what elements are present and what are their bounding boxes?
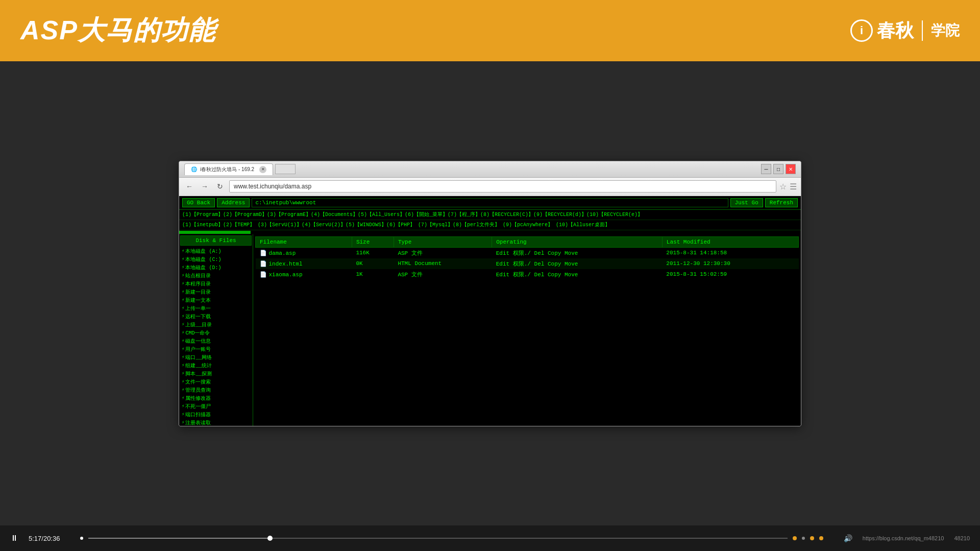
sidebar-item-20[interactable]: ⚡端口扫描器	[180, 411, 252, 419]
timeline-progress	[88, 538, 270, 539]
sidebar-item-15[interactable]: ⚡脚本__探测	[180, 370, 252, 378]
cell-modified-2: 2015-8-31 15:02:59	[662, 269, 798, 280]
sidebar-item-2[interactable]: ⚡本地磁盘 (D:)	[180, 263, 252, 272]
timeline-dot-3	[802, 537, 805, 540]
shell-main-area: Disk & Files ⚡本地磁盘 (A:)⚡本地磁盘 (C:)⚡本地磁盘 (…	[179, 234, 801, 426]
sidebar-item-1[interactable]: ⚡本地磁盘 (C:)	[180, 255, 252, 263]
sidebar-item-21[interactable]: ⚡注册表读取	[180, 419, 252, 426]
file-icon-2: 📄	[260, 272, 267, 278]
sidebar-icon-16: ⚡	[182, 379, 184, 385]
cell-modified-0: 2015-8-31 14:18:58	[662, 247, 798, 258]
table-row: 📄index.html 0K HTML Document Edit 权限./ D…	[256, 258, 799, 269]
minimize-button[interactable]: ─	[761, 164, 771, 174]
sidebar-icon-12: ⚡	[182, 346, 184, 352]
play-pause-button[interactable]: ⏸	[10, 534, 18, 543]
sidebar-icon-8: ⚡	[182, 314, 184, 319]
shell-progress-bar	[179, 230, 801, 234]
sidebar-icon-21: ⚡	[182, 420, 184, 425]
file-table-body: 📄dama.asp 116K ASP 文件 Edit 权限./ Del Copy…	[256, 247, 799, 280]
sidebar-title: Disk & Files	[180, 235, 252, 246]
nav-row2-text: (1)【inetpub】(2)【TEMP】 (3)【ServU(1)】(4)【S…	[182, 222, 610, 228]
timeline-bar[interactable]	[88, 538, 787, 539]
cell-size-1: 0K	[352, 258, 394, 269]
cell-modified-1: 2011-12-30 12:30:30	[662, 258, 798, 269]
nav-links-row1: (1)【Program】(2)【ProgramD】(3)【ProgramE】(4…	[179, 210, 801, 220]
progress-indicator	[179, 231, 251, 234]
timeline-dot-5	[819, 536, 823, 540]
sidebar-item-6[interactable]: ⚡新建一文本	[180, 296, 252, 304]
sidebar-icon-3: ⚡	[182, 273, 184, 278]
back-button[interactable]: ←	[183, 180, 195, 193]
file-icon-1: 📄	[260, 261, 267, 267]
sidebar-icon-15: ⚡	[182, 371, 184, 376]
refresh-button[interactable]: Refresh	[765, 198, 798, 207]
bottom-url: https://blog.csdn.net/qq_m48210	[863, 535, 944, 541]
refresh-nav-button[interactable]: ↻	[214, 180, 226, 193]
sidebar-item-4[interactable]: ⚡本程序目录	[180, 280, 252, 288]
menu-icon[interactable]: ☰	[790, 182, 797, 191]
tab-close-button[interactable]: ✕	[259, 166, 266, 173]
sidebar-item-5[interactable]: ⚡新建一目录	[180, 288, 252, 296]
timeline-handle[interactable]	[267, 536, 273, 541]
address-bar-input[interactable]	[229, 180, 776, 193]
sidebar-item-9[interactable]: ⚡上级__目录	[180, 321, 252, 329]
browser-window: 🌐 i春秋过防火墙马 - 169.2 ✕ ─ □ ✕ ← → ↻ ☆ ☰ GO	[179, 161, 801, 426]
sidebar-icon-0: ⚡	[182, 248, 184, 254]
table-row: 📄dama.asp 116K ASP 文件 Edit 权限./ Del Copy…	[256, 247, 799, 258]
cell-filename-1: 📄index.html	[256, 258, 352, 269]
window-controls: ─ □ ✕	[761, 164, 796, 174]
shell-sidebar: Disk & Files ⚡本地磁盘 (A:)⚡本地磁盘 (C:)⚡本地磁盘 (…	[179, 234, 253, 426]
address-label: Address	[217, 198, 250, 207]
nav-row1-text: (1)【Program】(2)【ProgramD】(3)【ProgramE】(4…	[182, 212, 643, 218]
sidebar-item-19[interactable]: ⚡不死一僵尸	[180, 402, 252, 411]
sidebar-item-3[interactable]: ⚡站点根目录	[180, 272, 252, 280]
logo-sub-text: 学院	[931, 21, 960, 40]
sidebar-icon-20: ⚡	[182, 412, 184, 417]
col-operating: Operating	[492, 236, 663, 247]
new-tab-button[interactable]	[275, 164, 296, 174]
time-display: 5:17/20:36	[29, 535, 60, 542]
sidebar-icon-13: ⚡	[182, 354, 184, 360]
shell-toolbar: GO Back Address Just Go Refresh	[179, 196, 801, 210]
tab-favicon: 🌐	[191, 166, 197, 172]
cell-size-0: 116K	[352, 247, 394, 258]
sidebar-item-13[interactable]: ⚡端口__网络	[180, 353, 252, 362]
go-back-button[interactable]: GO Back	[182, 198, 215, 207]
close-button[interactable]: ✕	[786, 164, 796, 174]
sidebar-item-10[interactable]: ⚡CMD一命令	[180, 329, 252, 337]
nav-links-row2: (1)【inetpub】(2)【TEMP】 (3)【ServU(1)】(4)【S…	[179, 220, 801, 230]
browser-tab[interactable]: 🌐 i春秋过防火墙马 - 169.2 ✕	[184, 163, 273, 175]
forward-button[interactable]: →	[199, 180, 211, 193]
logo-divider	[922, 20, 923, 41]
logo-icon: i	[850, 19, 873, 42]
sidebar-item-17[interactable]: ⚡管理员查询	[180, 386, 252, 394]
sidebar-item-7[interactable]: ⚡上传一单一	[180, 304, 252, 313]
file-icon-0: 📄	[260, 250, 267, 256]
sidebar-icon-11: ⚡	[182, 338, 184, 344]
sidebar-icon-17: ⚡	[182, 387, 184, 393]
cell-ops-1: Edit 权限./ Del Copy Move	[492, 258, 663, 269]
sidebar-icon-9: ⚡	[182, 322, 184, 327]
address-path-input[interactable]	[252, 198, 728, 207]
sidebar-item-16[interactable]: ⚡文件一搜索	[180, 378, 252, 386]
sidebar-icon-7: ⚡	[182, 305, 184, 311]
logo: i 春秋 学院	[850, 18, 960, 43]
sidebar-icon-4: ⚡	[182, 281, 184, 286]
bookmark-icon[interactable]: ☆	[779, 182, 787, 191]
maximize-button[interactable]: □	[773, 164, 783, 174]
cell-type-1: HTML Document	[394, 258, 492, 269]
timeline-dot-4	[810, 536, 814, 540]
volume-icon[interactable]: 🔊	[844, 534, 852, 542]
sidebar-item-8[interactable]: ⚡远程一下载	[180, 313, 252, 321]
sidebar-item-0[interactable]: ⚡本地磁盘 (A:)	[180, 247, 252, 255]
sidebar-item-11[interactable]: ⚡磁盘一信息	[180, 337, 252, 345]
sidebar-item-14[interactable]: ⚡组建__统计	[180, 362, 252, 370]
sidebar-icon-5: ⚡	[182, 289, 184, 295]
sidebar-item-12[interactable]: ⚡用户一账号	[180, 345, 252, 353]
content-area: 🌐 i春秋过防火墙马 - 169.2 ✕ ─ □ ✕ ← → ↻ ☆ ☰ GO	[0, 61, 980, 525]
sidebar-items-list: ⚡本地磁盘 (A:)⚡本地磁盘 (C:)⚡本地磁盘 (D:)⚡站点根目录⚡本程序…	[180, 247, 252, 426]
sidebar-icon-1: ⚡	[182, 256, 184, 262]
asp-shell: GO Back Address Just Go Refresh (1)【Prog…	[179, 196, 801, 426]
sidebar-item-18[interactable]: ⚡属性修改器	[180, 394, 252, 402]
just-go-button[interactable]: Just Go	[730, 198, 763, 207]
